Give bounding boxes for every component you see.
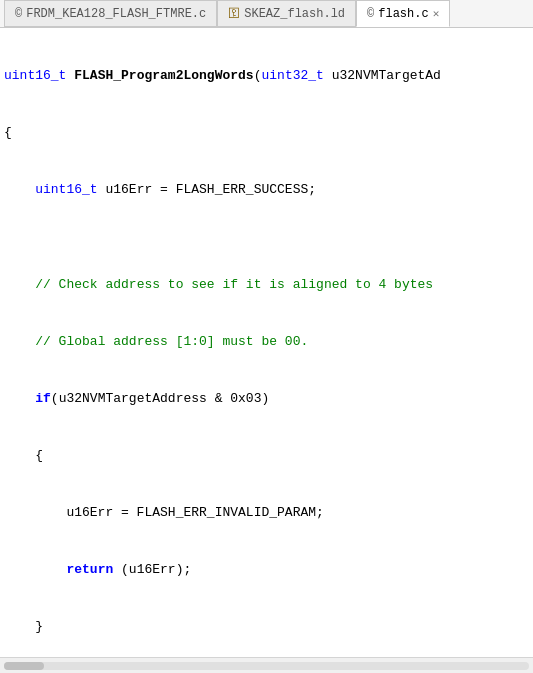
c-file-icon: ©: [15, 7, 22, 21]
tab-skeaz-label: SKEAZ_flash.ld: [244, 7, 345, 21]
tab-frdm[interactable]: © FRDM_KEA128_FLASH_FTMRE.c: [4, 0, 217, 27]
code-line-5: // Check address to see if it is aligned…: [4, 275, 529, 294]
code-line-9: u16Err = FLASH_ERR_INVALID_PARAM;: [4, 503, 529, 522]
editor-area: uint16_t FLASH_Program2LongWords(uint32_…: [0, 28, 533, 657]
ld-file-icon: ⚿: [228, 6, 240, 21]
scrollbar-track[interactable]: [4, 662, 529, 670]
code-line-10: return (u16Err);: [4, 560, 529, 579]
horizontal-scrollbar[interactable]: [0, 657, 533, 673]
code-line-7: if(u32NVMTargetAddress & 0x03): [4, 389, 529, 408]
scrollbar-thumb[interactable]: [4, 662, 44, 670]
c-file-icon-active: ©: [367, 7, 374, 21]
tab-flash-label: flash.c: [378, 7, 428, 21]
tab-skeaz[interactable]: ⚿ SKEAZ_flash.ld: [217, 0, 356, 27]
code-container: uint16_t FLASH_Program2LongWords(uint32_…: [0, 28, 533, 657]
code-line-3: uint16_t u16Err = FLASH_ERR_SUCCESS;: [4, 180, 529, 199]
editor-window: © FRDM_KEA128_FLASH_FTMRE.c ⚿ SKEAZ_flas…: [0, 0, 533, 673]
code-line-2: {: [4, 123, 529, 142]
code-line-6: // Global address [1:0] must be 00.: [4, 332, 529, 351]
code-content[interactable]: uint16_t FLASH_Program2LongWords(uint32_…: [0, 28, 533, 657]
close-icon[interactable]: ✕: [433, 7, 440, 20]
code-line-8: {: [4, 446, 529, 465]
code-line-11: }: [4, 617, 529, 636]
code-line-1: uint16_t FLASH_Program2LongWords(uint32_…: [4, 66, 529, 85]
tab-bar: © FRDM_KEA128_FLASH_FTMRE.c ⚿ SKEAZ_flas…: [0, 0, 533, 28]
tab-flash[interactable]: © flash.c ✕: [356, 0, 450, 27]
tab-frdm-label: FRDM_KEA128_FLASH_FTMRE.c: [26, 7, 206, 21]
